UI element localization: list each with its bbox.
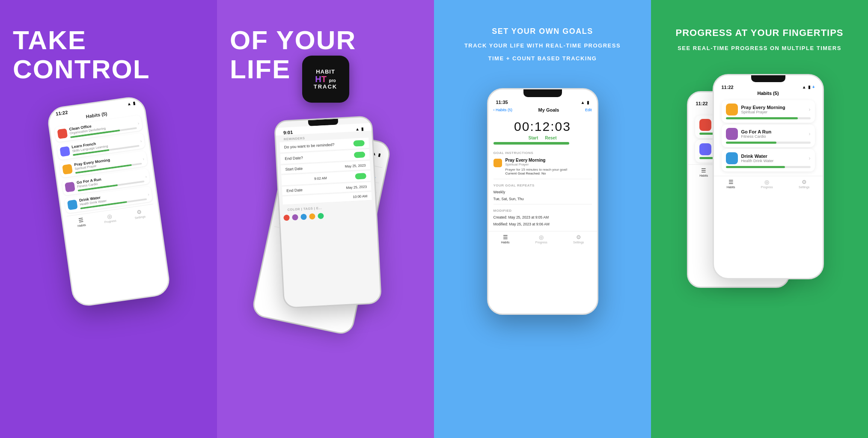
battery-icon-2: ▮: [378, 152, 381, 157]
p4-front-habits-label: Habits: [727, 186, 735, 189]
progress-icon: ◎: [107, 213, 112, 220]
p4-back-tab-habits[interactable]: ☰ Habits: [699, 167, 708, 177]
phone3-settings-icon: ⚙: [576, 234, 581, 240]
phone3-tab-progress[interactable]: ◎ Progress: [535, 234, 547, 244]
remind-label: Do you want to be reminded?: [284, 142, 334, 149]
phone3-status: 11:35 ▲ ▮: [488, 97, 597, 105]
p4-front-habit-1-color: [726, 104, 738, 115]
p4-front-habit-3-color: [726, 152, 738, 164]
p4-front-habit-2-info: Go For A Run Fitness Cardio: [741, 129, 772, 139]
phone3-progress-label: Progress: [535, 241, 547, 244]
battery-icon-6: ▮: [808, 85, 811, 89]
phone2-front-content: REMINDERS Do you want to be reminded? En…: [276, 131, 376, 223]
p4-front-habit-3-fill: [726, 166, 785, 168]
tab-progress[interactable]: ◎ Progress: [103, 213, 116, 224]
panel-of-your-life: OF YOUR LIFE HABIT HT pro TRACK 9:01 ▲ ▮…: [217, 0, 434, 438]
phone2-front: 9:01 ▲ ▮ REMINDERS Do you want to be rem…: [273, 116, 382, 309]
wifi-icon-6: ▲: [802, 85, 806, 89]
p4-front-habit-2-color: [726, 128, 738, 140]
habit5-chevron-icon: ›: [147, 192, 149, 197]
phone3-progress-icon: ◎: [539, 234, 544, 240]
created-row: Created: May 25, 2023 at 9:05 AM: [488, 214, 597, 221]
phone2-front-icons: ▲ ▮: [355, 126, 363, 131]
repeat-freq-row: Weekly: [488, 189, 597, 195]
habit2-color: [59, 146, 70, 157]
phone3-mockup: 11:35 ▲ ▮ ‹ Habits (5) My Goals Edit 00:…: [487, 88, 598, 315]
phone3-settings-label: Settings: [573, 241, 584, 244]
phone4-back-time: 11:22: [696, 101, 708, 106]
modified-val: Modified: May 25, 2023 at 9:06 AM: [493, 222, 550, 226]
goals-nav-back[interactable]: ‹ Habits (5): [493, 108, 513, 112]
tab-settings[interactable]: ⚙ Settings: [134, 208, 146, 219]
phone4-front-habits: Pray Every Morning Spiritual Prayer › Go…: [714, 100, 823, 172]
p4-front-tab-progress[interactable]: ◎ Progress: [761, 179, 773, 189]
battery-icon-3: ▮: [361, 126, 364, 131]
p4-front-habit-1-fill: [726, 117, 798, 119]
timer-time: 00:12:03: [488, 119, 597, 134]
logo-t: T: [321, 74, 327, 84]
goals-habit-color: [493, 159, 502, 167]
p4-front-settings-icon: ⚙: [802, 179, 807, 185]
phone3-icons: ▲ ▮: [581, 100, 589, 105]
p4-front-habit-3: Drink Water Health Drink Water ›: [722, 149, 815, 172]
p4-front-settings-label: Settings: [799, 186, 809, 189]
end-date2-label: End Date: [286, 188, 302, 193]
p4-front-habit-2-row: Go For A Run Fitness Cardio ›: [726, 128, 811, 140]
goals-habit-row: Pray Every Morning Spiritual Prayer Pray…: [488, 156, 597, 177]
goals-divider-1: [493, 179, 592, 179]
goals-habit-status: Current Goal Reached: No: [505, 172, 568, 175]
remind-toggle[interactable]: [353, 140, 365, 147]
end-date-toggle[interactable]: [354, 152, 365, 158]
wifi-icon-4: ▲: [581, 100, 585, 105]
battery-icon-4: ▮: [587, 100, 589, 105]
phone3-tab-habits[interactable]: ☰ Habits: [501, 234, 510, 244]
habit3-chevron-icon: ›: [142, 156, 144, 161]
p4-front-progress-label: Progress: [761, 186, 773, 189]
phone4-front-tab-bar: ☰ Habits ◎ Progress ⚙ Settings: [714, 176, 823, 191]
habit2-chevron-icon: ›: [140, 139, 142, 143]
battery-icon: ▮: [132, 101, 135, 106]
tab-habits[interactable]: ☰ Habits: [76, 217, 86, 228]
your-goal-repeats-label: YOUR GOAL REPEATS: [488, 181, 597, 189]
repeat-days-row: Tue, Sat, Sun, Thu: [488, 195, 597, 202]
goals-nav-edit[interactable]: Edit: [585, 108, 592, 112]
p4-front-habit-3-name: Drink Water: [741, 154, 774, 159]
panel-progress: PROGRESS AT YOUR FINGERTIPS SEE REAL-TIM…: [651, 0, 868, 438]
phone4-front-status: 11:22 ▲ ▮ +: [714, 82, 823, 90]
color-dot-purple: [292, 214, 298, 221]
color-dot-green: [318, 213, 324, 219]
start-time-toggle[interactable]: [355, 173, 366, 180]
p4-front-tab-habits[interactable]: ☰ Habits: [727, 179, 735, 189]
panel-set-goals: SET YOUR OWN GOALS TRACK YOUR LIFE WITH …: [434, 0, 651, 438]
p4-front-habit-1-cat: Spiritual Prayer: [741, 110, 785, 114]
p4-front-tab-settings[interactable]: ⚙ Settings: [799, 179, 809, 189]
phone4-front-notch: [751, 75, 785, 82]
phone4-front-time: 11:22: [722, 85, 734, 90]
modified-row: Modified: May 25, 2023 at 9:06 AM: [488, 221, 597, 228]
color-dot-orange: [309, 213, 315, 220]
panel4-subtitle: SEE REAL-TIME PROGRESS ON MULTIPLE TIMER…: [664, 44, 855, 53]
panel4-title: PROGRESS AT YOUR FINGERTIPS: [664, 26, 855, 40]
p4-front-habit-1-progress: [726, 117, 811, 119]
p4-front-habit-1-row: Pray Every Morning Spiritual Prayer ›: [726, 104, 811, 115]
logo-badge: HABIT HT pro TRACK: [302, 56, 349, 103]
phone3-tab-bar: ☰ Habits ◎ Progress ⚙ Settings: [488, 231, 597, 246]
start-date-val: May 25, 2023: [345, 163, 366, 169]
p4-front-habit-3-progress: [726, 166, 811, 168]
phone3-tab-settings[interactable]: ⚙ Settings: [573, 234, 584, 244]
panel-take-control: TAKE CONTROL 11:22 ▲ ▮ Habits (5) Clean …: [0, 0, 217, 438]
p4-back-habits-icon: ☰: [701, 167, 706, 174]
logo-h: H: [315, 74, 321, 84]
logo-pro: pro: [329, 78, 336, 83]
color-dot-blue: [300, 214, 307, 220]
timer-reset-button[interactable]: Reset: [545, 136, 556, 140]
logo-ht-text: HT pro: [315, 75, 336, 83]
p4-front-habit-1: Pray Every Morning Spiritual Prayer ›: [722, 100, 815, 123]
timer-start-button[interactable]: Start: [528, 136, 538, 140]
p4-front-habit-2-name: Go For A Run: [741, 129, 772, 134]
end-date2-val: May 25, 2023: [346, 185, 367, 190]
habit4-color: [65, 182, 75, 192]
start-date-label: Start Date: [285, 166, 303, 172]
phone1-screen: Habits (5) Clean Office Organization Dec…: [48, 104, 160, 234]
goals-nav: ‹ Habits (5) My Goals Edit: [488, 105, 597, 115]
